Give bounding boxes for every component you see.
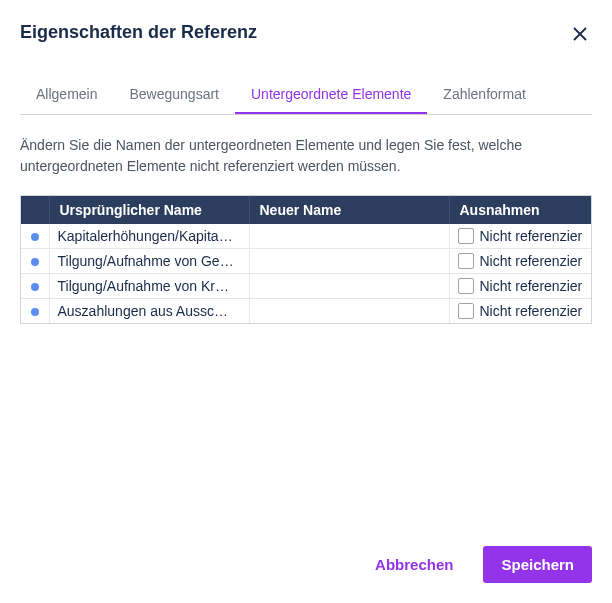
exception-label: Nicht referenzier: [480, 303, 583, 319]
tabs: Allgemein Bewegungsart Untergeordnete El…: [20, 76, 592, 115]
tab-description: Ändern Sie die Namen der untergeordneten…: [20, 135, 592, 177]
original-name-cell[interactable]: Kapitalerhöhungen/Kapita…: [49, 224, 249, 249]
exception-cell: Nicht referenzier: [449, 224, 591, 249]
tab-bewegungsart[interactable]: Bewegungsart: [113, 76, 235, 114]
exception-cell: Nicht referenzier: [449, 274, 591, 299]
column-header-new-name: Neuer Name: [249, 196, 449, 224]
dialog-footer: Abbrechen Speichern: [20, 530, 592, 583]
exception-label: Nicht referenzier: [480, 253, 583, 269]
new-name-cell[interactable]: [249, 299, 449, 324]
exception-checkbox[interactable]: [458, 228, 474, 244]
original-name-cell[interactable]: Tilgung/Aufnahme von Ge…: [49, 249, 249, 274]
column-header-exceptions: Ausnahmen: [449, 196, 591, 224]
exception-cell: Nicht referenzier: [449, 249, 591, 274]
tab-allgemein[interactable]: Allgemein: [20, 76, 113, 114]
new-name-cell[interactable]: [249, 249, 449, 274]
column-header-bullet: [21, 196, 49, 224]
row-bullet-cell: [21, 249, 49, 274]
save-button[interactable]: Speichern: [483, 546, 592, 583]
tab-untergeordnete-elemente[interactable]: Untergeordnete Elemente: [235, 76, 427, 114]
original-name-cell[interactable]: Tilgung/Aufnahme von Kr…: [49, 274, 249, 299]
exception-checkbox[interactable]: [458, 253, 474, 269]
dialog-header: Eigenschaften der Referenz: [20, 22, 592, 46]
dialog-title: Eigenschaften der Referenz: [20, 22, 257, 43]
table-row: Kapitalerhöhungen/Kapita… Nicht referenz…: [21, 224, 591, 249]
new-name-cell[interactable]: [249, 224, 449, 249]
exception-cell: Nicht referenzier: [449, 299, 591, 324]
table-row: Tilgung/Aufnahme von Kr… Nicht referenzi…: [21, 274, 591, 299]
close-icon: [573, 27, 587, 41]
row-bullet-cell: [21, 274, 49, 299]
tab-zahlenformat[interactable]: Zahlenformat: [427, 76, 541, 114]
row-bullet-cell: [21, 224, 49, 249]
exception-label: Nicht referenzier: [480, 278, 583, 294]
cancel-button[interactable]: Abbrechen: [357, 546, 471, 583]
original-name-cell[interactable]: Auszahlungen aus Aussc…: [49, 299, 249, 324]
reference-properties-dialog: Eigenschaften der Referenz Allgemein Bew…: [0, 0, 612, 603]
exception-label: Nicht referenzier: [480, 228, 583, 244]
exception-checkbox[interactable]: [458, 303, 474, 319]
close-button[interactable]: [568, 22, 592, 46]
exception-checkbox[interactable]: [458, 278, 474, 294]
bullet-icon: [31, 233, 39, 241]
table-row: Auszahlungen aus Aussc… Nicht referenzie…: [21, 299, 591, 324]
bullet-icon: [31, 308, 39, 316]
row-bullet-cell: [21, 299, 49, 324]
bullet-icon: [31, 283, 39, 291]
new-name-cell[interactable]: [249, 274, 449, 299]
bullet-icon: [31, 258, 39, 266]
column-header-original-name: Ursprünglicher Name: [49, 196, 249, 224]
table-row: Tilgung/Aufnahme von Ge… Nicht referenzi…: [21, 249, 591, 274]
children-table: Ursprünglicher Name Neuer Name Ausnahmen…: [20, 195, 592, 324]
